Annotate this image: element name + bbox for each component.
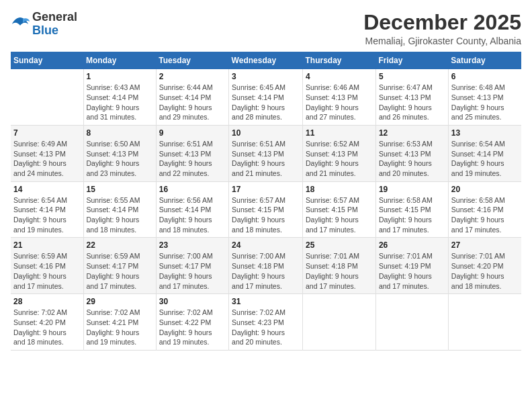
table-row: 11Sunrise: 6:52 AMSunset: 4:13 PMDayligh… <box>303 125 376 181</box>
day-info: Sunrise: 7:00 AMSunset: 4:18 PMDaylight:… <box>232 251 300 291</box>
table-row <box>11 69 83 125</box>
day-number: 22 <box>87 240 153 250</box>
day-info: Sunrise: 6:58 AMSunset: 4:15 PMDaylight:… <box>379 195 445 235</box>
table-row: 26Sunrise: 7:01 AMSunset: 4:19 PMDayligh… <box>375 238 448 294</box>
day-number: 15 <box>87 185 153 194</box>
day-number: 17 <box>232 185 300 194</box>
day-info: Sunrise: 6:50 AMSunset: 4:13 PMDaylight:… <box>87 139 153 179</box>
table-row: 24Sunrise: 7:00 AMSunset: 4:18 PMDayligh… <box>229 238 303 294</box>
day-info: Sunrise: 6:59 AMSunset: 4:17 PMDaylight:… <box>87 251 153 291</box>
day-info: Sunrise: 7:01 AMSunset: 4:20 PMDaylight:… <box>451 251 519 291</box>
day-number: 20 <box>451 185 519 194</box>
day-info: Sunrise: 7:02 AMSunset: 4:22 PMDaylight:… <box>159 308 226 347</box>
day-info: Sunrise: 7:02 AMSunset: 4:23 PMDaylight:… <box>232 308 300 347</box>
day-number: 25 <box>306 240 373 250</box>
table-row: 10Sunrise: 6:51 AMSunset: 4:13 PMDayligh… <box>229 125 303 181</box>
day-number: 12 <box>379 128 445 138</box>
table-row: 2Sunrise: 6:44 AMSunset: 4:14 PMDaylight… <box>156 69 228 125</box>
day-info: Sunrise: 6:57 AMSunset: 4:15 PMDaylight:… <box>232 195 300 235</box>
table-row: 23Sunrise: 7:00 AMSunset: 4:17 PMDayligh… <box>156 238 228 294</box>
day-info: Sunrise: 6:54 AMSunset: 4:14 PMDaylight:… <box>451 139 519 179</box>
day-info: Sunrise: 6:59 AMSunset: 4:16 PMDaylight:… <box>13 251 81 291</box>
day-number: 18 <box>306 185 373 194</box>
calendar-table: Sunday Monday Tuesday Wednesday Thursday… <box>11 52 521 351</box>
day-number: 3 <box>232 72 300 81</box>
day-number: 16 <box>159 185 226 194</box>
table-row <box>375 294 448 351</box>
day-info: Sunrise: 6:48 AMSunset: 4:13 PMDaylight:… <box>451 83 519 122</box>
day-number: 1 <box>87 72 153 81</box>
header-monday: Monday <box>83 52 156 69</box>
day-number: 19 <box>379 185 445 194</box>
location-subtitle: Memaliaj, Gjirokaster County, Albania <box>363 36 521 46</box>
day-number: 4 <box>306 72 373 81</box>
day-info: Sunrise: 6:46 AMSunset: 4:13 PMDaylight:… <box>306 83 373 122</box>
table-row: 21Sunrise: 6:59 AMSunset: 4:16 PMDayligh… <box>11 238 83 294</box>
table-row: 17Sunrise: 6:57 AMSunset: 4:15 PMDayligh… <box>229 181 303 238</box>
day-info: Sunrise: 6:43 AMSunset: 4:14 PMDaylight:… <box>87 83 153 122</box>
table-row: 6Sunrise: 6:48 AMSunset: 4:13 PMDaylight… <box>448 69 521 125</box>
day-number: 13 <box>451 128 519 138</box>
table-row: 30Sunrise: 7:02 AMSunset: 4:22 PMDayligh… <box>156 294 228 351</box>
day-number: 14 <box>13 185 81 194</box>
day-number: 23 <box>159 240 226 250</box>
day-info: Sunrise: 6:51 AMSunset: 4:13 PMDaylight:… <box>159 139 226 179</box>
day-info: Sunrise: 6:56 AMSunset: 4:14 PMDaylight:… <box>159 195 226 235</box>
table-row: 28Sunrise: 7:02 AMSunset: 4:20 PMDayligh… <box>11 294 83 351</box>
table-row: 18Sunrise: 6:57 AMSunset: 4:15 PMDayligh… <box>303 181 376 238</box>
day-number: 30 <box>159 297 226 306</box>
table-row: 14Sunrise: 6:54 AMSunset: 4:14 PMDayligh… <box>11 181 83 238</box>
day-number: 31 <box>232 297 300 306</box>
calendar-body: 1Sunrise: 6:43 AMSunset: 4:14 PMDaylight… <box>11 69 521 350</box>
logo: General Blue <box>11 11 77 38</box>
table-row: 22Sunrise: 6:59 AMSunset: 4:17 PMDayligh… <box>83 238 156 294</box>
day-info: Sunrise: 7:02 AMSunset: 4:20 PMDaylight:… <box>13 308 81 347</box>
logo-text: General Blue <box>32 11 77 38</box>
day-info: Sunrise: 7:00 AMSunset: 4:17 PMDaylight:… <box>159 251 226 291</box>
day-number: 2 <box>159 72 226 81</box>
table-row: 7Sunrise: 6:49 AMSunset: 4:13 PMDaylight… <box>11 125 83 181</box>
day-number: 6 <box>451 72 519 81</box>
calendar-header: Sunday Monday Tuesday Wednesday Thursday… <box>11 52 521 69</box>
day-number: 28 <box>13 297 81 306</box>
table-row: 9Sunrise: 6:51 AMSunset: 4:13 PMDaylight… <box>156 125 228 181</box>
day-number: 29 <box>87 297 153 306</box>
day-number: 5 <box>379 72 445 81</box>
table-row: 8Sunrise: 6:50 AMSunset: 4:13 PMDaylight… <box>83 125 156 181</box>
day-number: 7 <box>13 128 81 138</box>
header-sunday: Sunday <box>11 52 83 69</box>
month-title: December 2025 <box>363 11 521 34</box>
table-row: 4Sunrise: 6:46 AMSunset: 4:13 PMDaylight… <box>303 69 376 125</box>
table-row: 16Sunrise: 6:56 AMSunset: 4:14 PMDayligh… <box>156 181 228 238</box>
day-number: 24 <box>232 240 300 250</box>
header-tuesday: Tuesday <box>156 52 228 69</box>
header-wednesday: Wednesday <box>229 52 303 69</box>
day-number: 11 <box>306 128 373 138</box>
table-row: 1Sunrise: 6:43 AMSunset: 4:14 PMDaylight… <box>83 69 156 125</box>
header-friday: Friday <box>375 52 448 69</box>
day-info: Sunrise: 6:49 AMSunset: 4:13 PMDaylight:… <box>13 139 81 179</box>
table-row: 29Sunrise: 7:02 AMSunset: 4:21 PMDayligh… <box>83 294 156 351</box>
day-number: 10 <box>232 128 300 138</box>
table-row: 3Sunrise: 6:45 AMSunset: 4:14 PMDaylight… <box>229 69 303 125</box>
day-number: 27 <box>451 240 519 250</box>
day-info: Sunrise: 6:47 AMSunset: 4:13 PMDaylight:… <box>379 83 445 122</box>
table-row: 5Sunrise: 6:47 AMSunset: 4:13 PMDaylight… <box>375 69 448 125</box>
table-row <box>303 294 376 351</box>
day-info: Sunrise: 6:44 AMSunset: 4:14 PMDaylight:… <box>159 83 226 122</box>
logo-bird-icon <box>11 15 30 34</box>
header-saturday: Saturday <box>448 52 521 69</box>
day-number: 21 <box>13 240 81 250</box>
table-row: 13Sunrise: 6:54 AMSunset: 4:14 PMDayligh… <box>448 125 521 181</box>
day-info: Sunrise: 7:01 AMSunset: 4:19 PMDaylight:… <box>379 251 445 291</box>
day-info: Sunrise: 6:51 AMSunset: 4:13 PMDaylight:… <box>232 139 300 179</box>
day-number: 8 <box>87 128 153 138</box>
day-number: 26 <box>379 240 445 250</box>
table-row: 27Sunrise: 7:01 AMSunset: 4:20 PMDayligh… <box>448 238 521 294</box>
day-info: Sunrise: 6:57 AMSunset: 4:15 PMDaylight:… <box>306 195 373 235</box>
day-number: 9 <box>159 128 226 138</box>
title-block: December 2025 Memaliaj, Gjirokaster Coun… <box>363 11 521 46</box>
header: General Blue December 2025 Memaliaj, Gji… <box>11 11 521 46</box>
day-info: Sunrise: 7:02 AMSunset: 4:21 PMDaylight:… <box>87 308 153 347</box>
day-info: Sunrise: 6:55 AMSunset: 4:14 PMDaylight:… <box>87 195 153 235</box>
